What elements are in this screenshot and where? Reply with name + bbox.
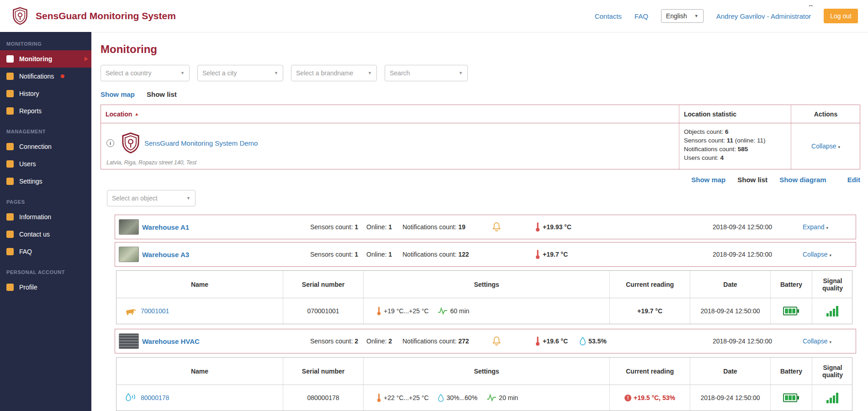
show-list-active[interactable]: Show list: [147, 90, 177, 98]
col-date: Date: [690, 271, 770, 298]
sidebar-section-personal: PERSONAL ACCOUNT: [0, 260, 91, 279]
sidebar-section-management: MANAGEMENT: [0, 120, 91, 138]
object-show-diagram-link[interactable]: Show diagram: [779, 176, 826, 184]
col-battery: Battery: [770, 358, 812, 385]
location-name-link[interactable]: SensGuard Monitoring System Demo: [144, 139, 258, 147]
object-name-link[interactable]: Warehouse HVAC: [138, 337, 310, 345]
sensor-name-link[interactable]: 80000178: [141, 394, 169, 401]
sidebar-item-faq[interactable]: FAQ: [0, 243, 91, 260]
chevron-down-icon: ▼: [180, 71, 185, 75]
contacts-link[interactable]: Contacts: [595, 12, 622, 20]
info-icon[interactable]: i: [106, 139, 114, 147]
sensor-name-link[interactable]: 70001001: [141, 307, 169, 315]
humidity-reading: 53.5%: [579, 337, 625, 346]
sidebar-item-label: Contact us: [19, 231, 50, 238]
sidebar-item-settings[interactable]: Settings: [0, 173, 91, 190]
sidebar-item-users[interactable]: Users: [0, 155, 91, 173]
object-thumbnail: [119, 333, 139, 349]
location-column-header[interactable]: Location ▲: [101, 105, 679, 123]
pulse-icon: [487, 394, 497, 402]
object-thumbnail: [119, 219, 139, 235]
sidebar-item-reports[interactable]: Reports: [0, 102, 91, 120]
location-collapse-link[interactable]: Collapse ▾: [811, 142, 840, 150]
chevron-down-icon: ▼: [186, 196, 191, 200]
object-row-warehouse-a1: Warehouse A1 Sensors count: 1 Online: 1 …: [115, 215, 856, 239]
sensor-current-reading: +19.7 °C: [609, 298, 690, 324]
sidebar-item-connection[interactable]: Connection: [0, 138, 91, 155]
humidity-sensor-icon: [125, 393, 137, 403]
object-name-link[interactable]: Warehouse A3: [138, 251, 310, 258]
interval-setting: 60 min: [438, 307, 469, 315]
object-row-warehouse-a3: Warehouse A3 Sensors count: 1 Online: 1 …: [115, 242, 856, 267]
sidebar-item-information[interactable]: Information: [0, 208, 91, 226]
sidebar-item-contact-us[interactable]: Contact us: [0, 226, 91, 243]
sensor-date: 2018-09-24 12:50:00: [690, 298, 770, 324]
connection-icon: [6, 143, 14, 150]
country-select-placeholder: Select a country: [106, 69, 151, 77]
object-date: 2018-09-24 12:50:00: [713, 337, 803, 345]
country-select[interactable]: Select a country ▼: [101, 65, 190, 81]
object-collapse-link[interactable]: Collapse ▾: [803, 251, 856, 258]
battery-indicator: [770, 385, 812, 411]
col-settings: Settings: [363, 271, 609, 298]
stat-notifications: Notifications count: 585: [684, 145, 786, 153]
sensor-date: 2018-09-24 12:50:00: [690, 385, 770, 411]
sidebar-item-monitoring[interactable]: Monitoring: [0, 50, 91, 68]
user-profile-link[interactable]: Andrey Gavrilov - Administrator: [716, 12, 811, 20]
object-name-link[interactable]: Warehouse A1: [138, 223, 310, 231]
main-content: Monitoring Select a country ▼ Select a c…: [91, 32, 868, 411]
temperature-reading: +19.93 °C: [535, 221, 579, 232]
sidebar-item-profile[interactable]: Profile: [0, 279, 91, 296]
sidebar-item-label: FAQ: [19, 248, 32, 255]
caret-down-icon: ▾: [826, 226, 828, 230]
show-map-link[interactable]: Show map: [101, 90, 135, 98]
sidebar-item-history[interactable]: History: [0, 85, 91, 102]
filters-bar: Select a country ▼ Select a city ▼ Selec…: [101, 65, 860, 81]
logout-button[interactable]: Log out: [824, 9, 858, 23]
object-collapse-link[interactable]: Collapse ▾: [803, 337, 856, 345]
locations-table-header: Location ▲ Location statistic Actions: [101, 105, 860, 123]
stat-objects: Objects count: 6: [684, 127, 786, 136]
sidebar-section-monitoring: MONITORING: [0, 32, 91, 50]
brandname-select[interactable]: Select a brandname ▼: [291, 65, 377, 81]
signal-bars-icon: [826, 306, 839, 316]
chevron-down-icon: ▼: [274, 71, 278, 75]
temp-range-setting: +22 °C...+25 °C: [376, 393, 429, 403]
droplet-icon: [579, 337, 586, 346]
page-title: Monitoring: [101, 43, 860, 56]
location-address: Latvia, Riga, Ropazu street 140, Test: [106, 159, 196, 166]
sidebar-item-label: History: [19, 90, 39, 97]
chevron-down-icon: ▼: [694, 14, 699, 18]
faq-link[interactable]: FAQ: [635, 12, 648, 20]
sidebar-item-notifications[interactable]: Notifications: [0, 68, 91, 85]
object-show-map-link[interactable]: Show map: [691, 176, 725, 184]
temperature-reading: +19.6 °C: [535, 336, 579, 347]
sidebar: MONITORING Monitoring Notifications Hist…: [0, 32, 91, 411]
object-expand-link[interactable]: Expand ▾: [803, 223, 856, 231]
alert-icon: !: [625, 395, 631, 401]
object-edit-link[interactable]: Edit: [847, 176, 860, 184]
city-select-placeholder: Select a city: [202, 69, 237, 77]
objects-list: Warehouse A1 Sensors count: 1 Online: 1 …: [115, 215, 856, 411]
sensor-serial: 070001001: [283, 298, 363, 324]
object-show-list-active[interactable]: Show list: [737, 176, 767, 184]
search-select[interactable]: Search ▼: [385, 65, 468, 81]
language-select[interactable]: English ▼: [661, 9, 704, 23]
faq-icon: [6, 248, 14, 255]
sidebar-item-label: Information: [19, 213, 51, 221]
object-select[interactable]: Select an object ▼: [107, 190, 196, 206]
sensor-serial: 080000178: [283, 385, 363, 411]
contact-icon: [6, 231, 14, 238]
sensor-row-80000178: 80000178 080000178 +22 °C...+25 °C 30%..…: [116, 385, 852, 411]
col-serial: Serial number: [283, 358, 363, 385]
sidebar-item-label: Monitoring: [19, 55, 52, 63]
col-serial: Serial number: [283, 271, 363, 298]
city-select[interactable]: Select a city ▼: [197, 65, 283, 81]
temp-range-setting: +19 °C...+25 °C: [376, 306, 429, 316]
humidity-range-setting: 30%...60%: [438, 394, 477, 402]
object-select-placeholder: Select an object: [112, 195, 158, 202]
information-icon: [6, 213, 14, 221]
profile-icon: [6, 284, 14, 291]
sensor-row-70001001: 70001001 070001001 +19 °C...+25 °C 60 mi…: [116, 298, 852, 324]
settings-icon: [6, 178, 14, 185]
